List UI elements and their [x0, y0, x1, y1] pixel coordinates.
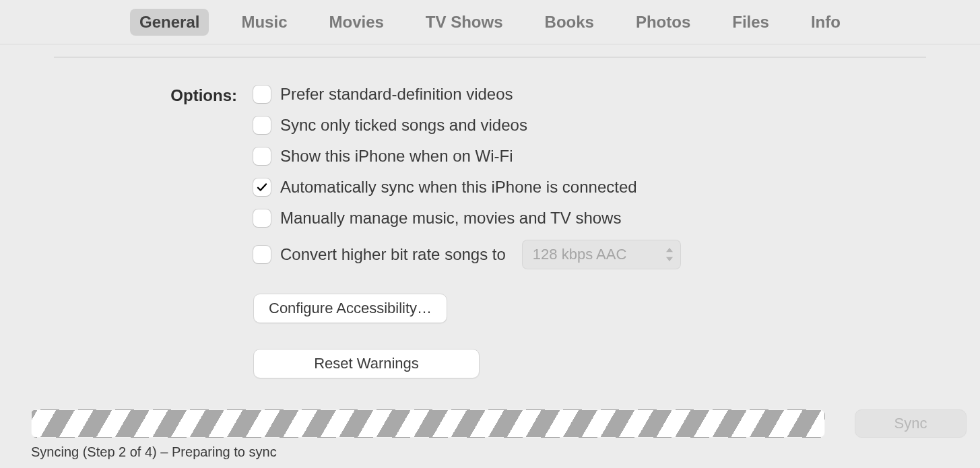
sync-progress-bar	[31, 409, 825, 438]
checkbox-convert-bitrate[interactable]	[253, 246, 271, 263]
checkbox-auto-sync[interactable]	[253, 178, 271, 196]
option-convert-bitrate: Convert higher bit rate songs to 128 kbp…	[253, 240, 681, 269]
option-auto-sync: Automatically sync when this iPhone is c…	[253, 178, 681, 197]
options-list: Prefer standard-definition videos Sync o…	[253, 85, 681, 378]
content-area: Options: Prefer standard-definition vide…	[0, 58, 980, 378]
label-manual-manage: Manually manage music, movies and TV sho…	[280, 209, 621, 228]
option-manual-manage: Manually manage music, movies and TV sho…	[253, 209, 681, 228]
label-sync-ticked: Sync only ticked songs and videos	[280, 116, 527, 135]
label-convert-bitrate: Convert higher bit rate songs to	[280, 245, 506, 264]
checkbox-show-on-wifi[interactable]	[253, 147, 271, 165]
check-icon	[256, 181, 268, 193]
tab-tv-shows[interactable]: TV Shows	[416, 9, 513, 36]
sync-button[interactable]: Sync	[855, 409, 967, 438]
tab-bar: General Music Movies TV Shows Books Phot…	[0, 0, 980, 44]
tab-photos[interactable]: Photos	[626, 9, 700, 36]
tab-movies[interactable]: Movies	[319, 9, 393, 36]
updown-caret-icon	[665, 248, 674, 261]
option-prefer-sd: Prefer standard-definition videos	[253, 85, 681, 104]
tab-general[interactable]: General	[130, 9, 209, 36]
checkbox-prefer-sd[interactable]	[253, 86, 271, 103]
option-show-on-wifi: Show this iPhone when on Wi-Fi	[253, 147, 681, 166]
reset-warnings-button[interactable]: Reset Warnings	[253, 349, 480, 378]
bitrate-select[interactable]: 128 kbps AAC	[522, 240, 681, 269]
label-show-on-wifi: Show this iPhone when on Wi-Fi	[280, 147, 513, 166]
tab-files[interactable]: Files	[723, 9, 779, 36]
tab-books[interactable]: Books	[535, 9, 603, 36]
sync-status-text: Syncing (Step 2 of 4) – Preparing to syn…	[31, 444, 967, 460]
option-sync-ticked: Sync only ticked songs and videos	[253, 116, 681, 135]
label-prefer-sd: Prefer standard-definition videos	[280, 85, 513, 104]
options-heading: Options:	[0, 85, 237, 378]
checkbox-manual-manage[interactable]	[253, 209, 271, 227]
checkbox-sync-ticked[interactable]	[253, 116, 271, 134]
label-auto-sync: Automatically sync when this iPhone is c…	[280, 178, 637, 197]
tab-music[interactable]: Music	[232, 9, 296, 36]
bottom-bar: Sync Syncing (Step 2 of 4) – Preparing t…	[0, 409, 980, 468]
bitrate-select-value: 128 kbps AAC	[533, 246, 626, 263]
tab-info[interactable]: Info	[802, 9, 850, 36]
configure-accessibility-button[interactable]: Configure Accessibility…	[253, 294, 447, 323]
